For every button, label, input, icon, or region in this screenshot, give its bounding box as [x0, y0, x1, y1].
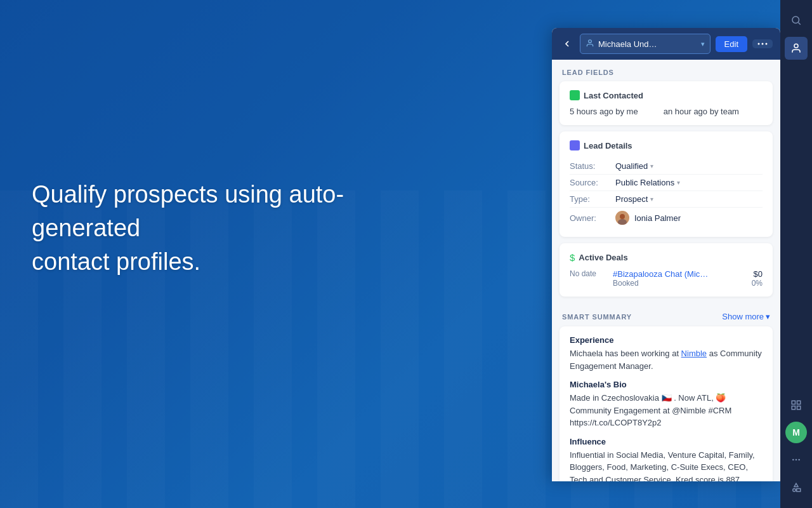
- svg-point-7: [792, 459, 794, 461]
- svg-rect-4: [797, 401, 801, 404]
- deal-name[interactable]: #Bizapalooza Chat (Mic…: [613, 269, 747, 279]
- contact-icon[interactable]: [785, 37, 808, 60]
- last-contacted-title: Last Contacted: [584, 91, 643, 100]
- smart-summary-title: SMART SUMMARY: [562, 313, 632, 321]
- owner-avatar: [615, 211, 629, 225]
- svg-point-9: [798, 459, 800, 461]
- last-contacted-card: Last Contacted 5 hours ago by me an hour…: [560, 81, 773, 125]
- status-label: Status:: [570, 161, 615, 171]
- more-options-button[interactable]: [752, 39, 773, 48]
- bio-text: Made in Czechoslovakia 🇨🇿 . Now ATL, 🍑Co…: [570, 392, 763, 429]
- owner-label: Owner:: [570, 213, 615, 223]
- smart-summary-header: SMART SUMMARY Show more ▾: [552, 303, 780, 326]
- status-value[interactable]: Qualified ▾: [615, 161, 653, 171]
- user-avatar-rail[interactable]: M: [785, 422, 807, 443]
- influence-text: Influential in Social Media, Venture Cap…: [570, 449, 763, 482]
- svg-point-13: [766, 43, 768, 45]
- type-chevron-icon: ▾: [650, 196, 653, 203]
- panel-body: LEAD FIELDS Last Contacted 5 hours ago b…: [552, 60, 780, 481]
- active-deals-icon: $: [570, 252, 575, 263]
- expand-icon[interactable]: [785, 394, 808, 417]
- bio-title: Michaela's Bio: [570, 380, 763, 389]
- deal-percent: 0%: [752, 279, 763, 288]
- smart-summary-card: Experience Michaela has been working at …: [560, 326, 773, 481]
- nimble-link[interactable]: Nimble: [681, 349, 707, 358]
- lead-details-card: Lead Details Status: Qualified ▾ Source:…: [560, 131, 773, 237]
- last-contacted-header: Last Contacted: [570, 90, 763, 100]
- active-deals-header: $ Active Deals: [570, 252, 763, 263]
- deal-row: No date #Bizapalooza Chat (Mic… Booked $…: [570, 269, 763, 288]
- contact-panel: Michaela Und… ▾ Edit LEAD FIELDS Last Co…: [552, 28, 780, 481]
- owner-value[interactable]: Ionia Palmer: [615, 211, 681, 225]
- svg-point-11: [758, 43, 760, 45]
- edit-button[interactable]: Edit: [716, 36, 747, 52]
- deal-date: No date: [570, 269, 608, 278]
- svg-rect-5: [797, 406, 801, 410]
- lead-details-icon: [570, 140, 580, 150]
- by-team-time: an hour ago by team: [664, 107, 739, 116]
- lead-details-header: Lead Details: [570, 140, 763, 150]
- svg-point-8: [796, 459, 797, 461]
- active-deals-card: $ Active Deals No date #Bizapalooza Chat…: [560, 243, 773, 297]
- svg-rect-6: [792, 406, 795, 410]
- type-label: Type:: [570, 194, 615, 204]
- lead-fields-header: LEAD FIELDS: [552, 60, 780, 81]
- tagline: Qualify prospects using auto-generated c…: [32, 178, 412, 279]
- deal-stage: Booked: [613, 279, 747, 288]
- deal-amounts: $0 0%: [752, 269, 763, 288]
- influence-title: Influence: [570, 437, 763, 446]
- status-chevron-icon: ▾: [650, 163, 653, 170]
- svg-point-2: [794, 44, 798, 48]
- source-label: Source:: [570, 178, 615, 187]
- contact-selector[interactable]: Michaela Und… ▾: [580, 34, 710, 54]
- status-row: Status: Qualified ▾: [570, 158, 763, 175]
- type-value[interactable]: Prospect ▾: [615, 194, 653, 204]
- svg-point-10: [589, 39, 592, 43]
- by-me-time: 5 hours ago by me: [570, 107, 638, 116]
- back-button[interactable]: [560, 36, 575, 51]
- type-row: Type: Prospect ▾: [570, 191, 763, 208]
- deal-value: $0: [752, 269, 763, 279]
- svg-point-15: [620, 214, 625, 219]
- apps-icon[interactable]: [785, 476, 808, 499]
- more-options-icon[interactable]: [785, 448, 808, 471]
- last-contacted-icon: [570, 90, 580, 100]
- svg-point-0: [792, 17, 799, 23]
- last-contacted-times: 5 hours ago by me an hour ago by team: [570, 107, 763, 116]
- chevron-down-icon: ▾: [701, 40, 705, 48]
- panel-header: Michaela Und… ▾ Edit: [552, 28, 780, 60]
- experience-text: Michaela has been working at Nimble as C…: [570, 347, 763, 372]
- source-value[interactable]: Public Relations ▾: [615, 178, 680, 187]
- contact-selector-person-icon: [586, 39, 594, 50]
- active-deals-title: Active Deals: [579, 253, 627, 262]
- show-more-button[interactable]: Show more ▾: [722, 312, 770, 321]
- svg-point-12: [762, 43, 764, 45]
- owner-row: Owner: Ionia Palmer: [570, 208, 763, 228]
- source-chevron-icon: ▾: [677, 179, 680, 186]
- show-more-chevron-icon: ▾: [766, 312, 770, 321]
- lead-details-title: Lead Details: [584, 141, 632, 150]
- sidebar-rail: M: [780, 0, 812, 508]
- svg-line-1: [798, 22, 800, 24]
- svg-rect-3: [792, 401, 795, 404]
- source-row: Source: Public Relations ▾: [570, 175, 763, 191]
- deal-info: #Bizapalooza Chat (Mic… Booked: [613, 269, 747, 288]
- experience-title: Experience: [570, 335, 763, 345]
- search-icon[interactable]: [785, 9, 808, 32]
- contact-selector-name: Michaela Und…: [598, 39, 697, 49]
